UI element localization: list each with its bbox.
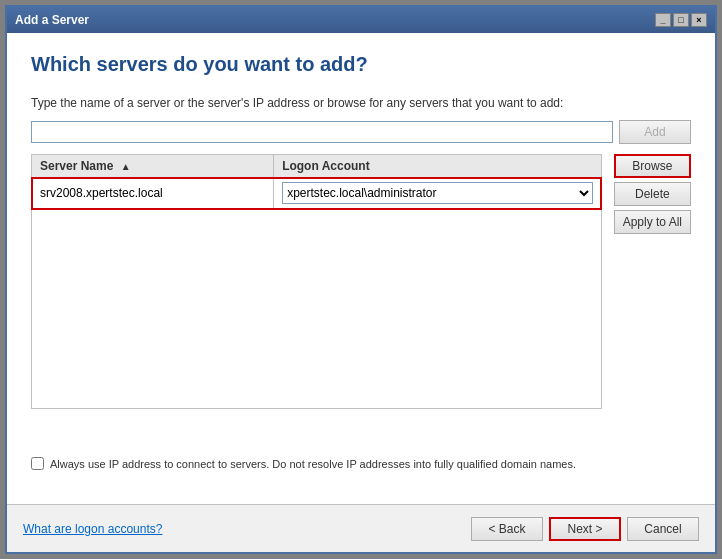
main-window: Add a Server _ □ × Which servers do you …: [5, 5, 717, 554]
ip-address-checkbox[interactable]: [31, 457, 44, 470]
sort-arrow: ▲: [121, 161, 131, 172]
minimize-button[interactable]: _: [655, 13, 671, 27]
input-row: Add: [31, 120, 691, 144]
side-buttons: Browse Delete Apply to All: [614, 154, 691, 234]
footer: What are logon accounts? < Back Next > C…: [7, 504, 715, 552]
main-section: Server Name ▲ Logon Account srv2008.xper…: [31, 154, 691, 447]
server-name-input[interactable]: [31, 121, 613, 143]
logon-account-select[interactable]: xpertstec.local\administrator: [282, 182, 593, 204]
maximize-button[interactable]: □: [673, 13, 689, 27]
column-logon-account: Logon Account: [274, 155, 602, 178]
page-title: Which servers do you want to add?: [31, 53, 691, 76]
checkbox-label: Always use IP address to connect to serv…: [50, 458, 576, 470]
table-row[interactable]: srv2008.xpertstec.local xpertstec.local\…: [32, 178, 602, 209]
help-link[interactable]: What are logon accounts?: [23, 522, 162, 536]
cancel-button[interactable]: Cancel: [627, 517, 699, 541]
content-area: Which servers do you want to add? Type t…: [7, 33, 715, 504]
server-name-cell: srv2008.xpertstec.local: [32, 178, 274, 209]
window-title: Add a Server: [15, 13, 89, 27]
next-button[interactable]: Next >: [549, 517, 621, 541]
apply-to-all-button[interactable]: Apply to All: [614, 210, 691, 234]
window-controls: _ □ ×: [655, 13, 707, 27]
title-bar: Add a Server _ □ ×: [7, 7, 715, 33]
logon-account-cell: xpertstec.local\administrator: [274, 178, 602, 209]
description-text: Type the name of a server or the server'…: [31, 96, 691, 110]
table-wrapper: Server Name ▲ Logon Account srv2008.xper…: [31, 154, 602, 447]
close-button[interactable]: ×: [691, 13, 707, 27]
empty-row: [32, 209, 602, 409]
column-server-name: Server Name ▲: [32, 155, 274, 178]
server-table: Server Name ▲ Logon Account srv2008.xper…: [31, 154, 602, 409]
checkbox-area: Always use IP address to connect to serv…: [31, 457, 691, 470]
delete-button[interactable]: Delete: [614, 182, 691, 206]
footer-buttons: < Back Next > Cancel: [471, 517, 699, 541]
browse-button[interactable]: Browse: [614, 154, 691, 178]
add-button[interactable]: Add: [619, 120, 691, 144]
back-button[interactable]: < Back: [471, 517, 543, 541]
